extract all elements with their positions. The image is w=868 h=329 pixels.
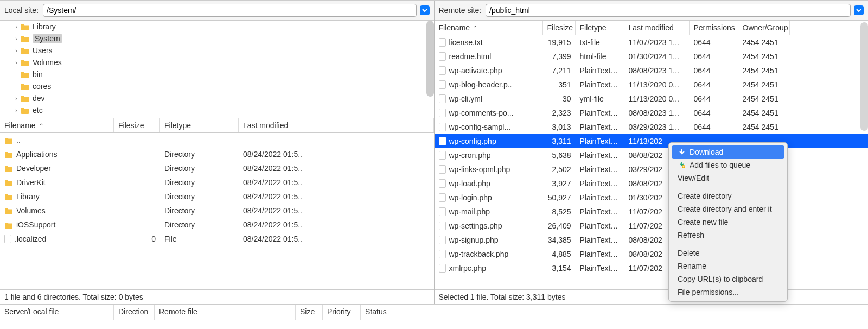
menu-label: Delete bbox=[678, 249, 699, 257]
tree-item[interactable]: ›dev bbox=[0, 92, 434, 104]
menu-item[interactable]: Refresh bbox=[669, 229, 787, 242]
tree-label: Library bbox=[33, 22, 56, 31]
col-filesize[interactable]: Filesize bbox=[543, 21, 576, 35]
file-row[interactable]: ApplicationsDirectory08/24/2022 01:5.. bbox=[0, 147, 434, 161]
col-filesize[interactable]: Filesize bbox=[114, 118, 160, 132]
file-name: wp-config-sampl... bbox=[435, 123, 543, 131]
file-row[interactable]: wp-cli.yml30yml-file11/13/2020 0...06442… bbox=[435, 92, 869, 106]
file-type: File bbox=[160, 235, 239, 243]
file-type: Directory bbox=[160, 150, 239, 159]
file-mod: 08/08/2023 1... bbox=[624, 109, 690, 117]
file-type: PlainTextT... bbox=[576, 109, 624, 117]
file-owner: 2454 2451 bbox=[738, 38, 790, 47]
context-menu[interactable]: DownloadAdd files to queueView/EditCreat… bbox=[668, 142, 788, 302]
col-permissions[interactable]: Permissions bbox=[690, 21, 738, 35]
menu-item[interactable]: View/Edit bbox=[669, 172, 787, 185]
scrollbar[interactable] bbox=[860, 22, 868, 131]
col-filetype[interactable]: Filetype bbox=[576, 21, 624, 35]
file-type: html-file bbox=[576, 52, 624, 61]
expand-icon[interactable]: › bbox=[13, 36, 20, 42]
file-type: txt-file bbox=[576, 38, 624, 47]
menu-item[interactable]: Create directory bbox=[669, 189, 787, 203]
expand-icon[interactable]: › bbox=[13, 24, 20, 30]
file-row[interactable]: wp-cron.php5,638PlainTextT...08/08/202 bbox=[435, 148, 869, 162]
file-row[interactable]: wp-trackback.php4,885PlainTextT...08/08/… bbox=[435, 247, 869, 261]
tree-item[interactable]: ›etc bbox=[0, 104, 434, 116]
file-row[interactable]: wp-links-opml.php2,502PlainTextT...03/29… bbox=[435, 162, 869, 176]
expand-icon[interactable]: › bbox=[13, 48, 20, 54]
tree-item[interactable]: ›Volumes bbox=[0, 56, 434, 68]
file-row[interactable]: .localized0File08/24/2022 01:5.. bbox=[0, 232, 434, 246]
file-row[interactable]: wp-signup.php34,385PlainTextT...08/08/20… bbox=[435, 233, 869, 247]
file-perm: 0644 bbox=[690, 123, 738, 131]
menu-item[interactable]: File permissions... bbox=[669, 286, 787, 299]
file-row[interactable]: wp-load.php3,927PlainTextT...08/08/202 bbox=[435, 176, 869, 191]
menu-item[interactable]: Rename bbox=[669, 260, 787, 273]
file-row[interactable]: xmlrpc.php3,154PlainTextT...11/07/202 bbox=[435, 261, 869, 275]
file-row[interactable]: .. bbox=[0, 133, 434, 147]
col-filetype[interactable]: Filetype bbox=[160, 118, 239, 132]
file-row[interactable]: wp-mail.php8,525PlainTextT...11/07/202 bbox=[435, 205, 869, 219]
file-icon bbox=[439, 193, 446, 202]
file-size: 7,211 bbox=[543, 66, 576, 75]
file-type: PlainTextT... bbox=[576, 250, 624, 258]
file-row[interactable]: VolumesDirectory08/24/2022 01:5.. bbox=[0, 204, 434, 218]
file-row[interactable]: wp-blog-header.p..351PlainTextT...11/13/… bbox=[435, 78, 869, 92]
file-row[interactable]: iOSSupportDirectory08/24/2022 01:5.. bbox=[0, 218, 434, 232]
menu-item[interactable]: Add files to queue bbox=[669, 159, 787, 172]
menu-item[interactable]: Create directory and enter it bbox=[669, 203, 787, 216]
file-row[interactable]: wp-login.php50,927PlainTextT...01/30/202 bbox=[435, 191, 869, 205]
file-size: 3,013 bbox=[543, 123, 576, 131]
file-icon bbox=[439, 236, 446, 244]
file-row[interactable]: wp-config-sampl...3,013PlainTextT...03/2… bbox=[435, 120, 869, 134]
file-row[interactable]: readme.html7,399html-file01/30/2024 1...… bbox=[435, 49, 869, 64]
file-name: iOSSupport bbox=[0, 220, 114, 229]
col-direction[interactable]: Direction bbox=[114, 305, 155, 320]
file-size: 30 bbox=[543, 94, 576, 103]
file-row[interactable]: DriverKitDirectory08/24/2022 01:5.. bbox=[0, 175, 434, 189]
col-server-local[interactable]: Server/Local file bbox=[0, 305, 114, 320]
tree-item[interactable]: ›Library bbox=[0, 21, 434, 33]
menu-item[interactable]: Delete bbox=[669, 246, 787, 260]
col-lastmod[interactable]: Last modified bbox=[624, 21, 690, 35]
local-file-list[interactable]: ..ApplicationsDirectory08/24/2022 01:5..… bbox=[0, 133, 434, 289]
remote-file-list[interactable]: license.txt19,915txt-file11/07/2023 1...… bbox=[435, 35, 869, 289]
file-row[interactable]: license.txt19,915txt-file11/07/2023 1...… bbox=[435, 35, 869, 49]
col-filename[interactable]: Filename⌃ bbox=[435, 21, 543, 35]
expand-icon[interactable]: › bbox=[13, 96, 20, 102]
col-filename[interactable]: Filename⌃ bbox=[0, 118, 114, 132]
col-status[interactable]: Status bbox=[361, 305, 431, 320]
col-size[interactable]: Size bbox=[296, 305, 323, 320]
file-row[interactable]: wp-settings.php26,409PlainTextT...11/07/… bbox=[435, 219, 869, 233]
local-dropdown-button[interactable] bbox=[420, 5, 430, 15]
file-perm: 0644 bbox=[690, 52, 738, 61]
menu-item[interactable]: Create new file bbox=[669, 216, 787, 229]
remote-site-input[interactable] bbox=[486, 4, 851, 17]
file-row[interactable]: wp-comments-po...2,323PlainTextT...08/08… bbox=[435, 106, 869, 120]
col-lastmod[interactable]: Last modified bbox=[239, 118, 434, 132]
file-size: 5,638 bbox=[543, 151, 576, 160]
expand-icon[interactable]: › bbox=[13, 107, 20, 113]
local-tree-pane[interactable]: ›Library›System›Users›Volumesbincores›de… bbox=[0, 21, 434, 118]
file-row[interactable]: LibraryDirectory08/24/2022 01:5.. bbox=[0, 189, 434, 204]
menu-item[interactable]: Download bbox=[672, 145, 784, 159]
file-row[interactable]: DeveloperDirectory08/24/2022 01:5.. bbox=[0, 161, 434, 175]
local-site-input[interactable] bbox=[43, 4, 416, 17]
scrollbar[interactable] bbox=[426, 21, 434, 97]
file-icon bbox=[439, 250, 446, 258]
col-remote-file[interactable]: Remote file bbox=[155, 305, 296, 320]
menu-item[interactable]: Copy URL(s) to clipboard bbox=[669, 273, 787, 286]
file-row[interactable]: wp-activate.php7,211PlainTextT...08/08/2… bbox=[435, 64, 869, 78]
local-header-row: Filename⌃ Filesize Filetype Last modifie… bbox=[0, 118, 434, 133]
tree-item[interactable]: bin bbox=[0, 68, 434, 80]
tree-item[interactable]: ›Users bbox=[0, 45, 434, 56]
tree-item[interactable]: ›System bbox=[0, 33, 434, 45]
file-mod: 01/30/2024 1... bbox=[624, 52, 690, 61]
sort-asc-icon: ⌃ bbox=[473, 25, 477, 31]
col-priority[interactable]: Priority bbox=[323, 305, 361, 320]
remote-dropdown-button[interactable] bbox=[854, 5, 864, 15]
expand-icon[interactable]: › bbox=[13, 60, 20, 66]
col-owner[interactable]: Owner/Group bbox=[738, 21, 790, 35]
file-row[interactable]: wp-config.php3,311PlainTextT...11/13/202 bbox=[435, 134, 869, 148]
tree-item[interactable]: cores bbox=[0, 80, 434, 92]
